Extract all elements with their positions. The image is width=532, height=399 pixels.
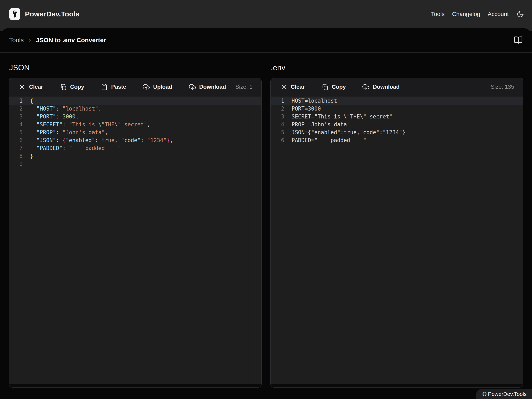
json-copy-label: Copy [70, 84, 84, 90]
token-b2: { [63, 137, 66, 143]
code-line: 8} [9, 152, 261, 160]
json-size-label: Size: 1 [235, 84, 253, 90]
env-clear-button[interactable]: Clear [280, 83, 305, 90]
token-key: "enabled" [66, 137, 95, 143]
line-number: 6 [271, 136, 287, 144]
breadcrumb-separator: › [29, 37, 31, 44]
token-key: "SECRET" [36, 121, 62, 128]
token-pun: , [76, 114, 79, 120]
token-env: PADDED=" padded " [291, 137, 366, 143]
token-pun: : [56, 129, 62, 135]
nav-links: Tools Changelog Account [431, 10, 525, 18]
copyright-badge: © PowerDev.Tools [476, 389, 532, 399]
token-pun: : [95, 137, 101, 143]
json-input-editor[interactable]: 1{2 "HOST": "localhost",3 "PORT": 3000,4… [9, 95, 261, 384]
json-clear-button[interactable]: Clear [19, 83, 43, 90]
env-copy-label: Copy [332, 84, 346, 90]
nav-link-account[interactable]: Account [488, 11, 509, 18]
brand-name[interactable]: PowerDev.Tools [25, 10, 79, 18]
code-text [25, 160, 30, 168]
indent-guide [31, 120, 31, 128]
env-size-label: Size: 135 [491, 84, 514, 90]
json-paste-label: Paste [111, 84, 126, 90]
code-line: 4 "SECRET": "This is \"THE\" secret", [9, 120, 261, 128]
breadcrumb-parent[interactable]: Tools [9, 37, 24, 44]
token-pun: : [56, 137, 62, 143]
token-pun: : [63, 145, 69, 151]
wrench-icon [11, 9, 19, 19]
token-env: JSON={"enabled":true,"code":"1234"} [291, 129, 405, 135]
line-number: 9 [9, 160, 25, 168]
code-line: 3 "PORT": 3000, [9, 113, 261, 120]
nav-link-tools[interactable]: Tools [431, 11, 444, 18]
json-copy-button[interactable]: Copy [60, 83, 84, 90]
env-download-button[interactable]: Download [362, 83, 400, 90]
env-toolbar: Clear Copy Download [271, 78, 523, 95]
theme-toggle-button[interactable] [516, 10, 525, 18]
upload-cloud-icon [143, 83, 150, 90]
token-str: "This is [69, 121, 98, 128]
token-env: SECRET="This is \"THE\" secret" [291, 114, 392, 120]
token-str: "John's data" [63, 129, 105, 135]
token-pun: , [170, 137, 173, 143]
json-upload-label: Upload [153, 84, 172, 90]
token-pun: : [140, 137, 147, 143]
book-open-icon [514, 36, 523, 44]
code-line: 1HOST=localhost [271, 97, 523, 105]
token-pun: : [56, 106, 62, 112]
token-str: "1234" [147, 137, 167, 143]
json-download-button[interactable]: Download [189, 83, 226, 90]
token-esc: \" [98, 121, 105, 128]
json-download-label: Download [199, 84, 226, 90]
brand-logo[interactable] [9, 8, 20, 20]
code-line: 5JSON={"enabled":true,"code":"1234"} [271, 128, 523, 136]
env-section: .env Clear Copy [270, 53, 523, 387]
x-icon [280, 83, 287, 90]
token-env: HOST=localhost [291, 98, 337, 104]
indent-guide [31, 144, 31, 152]
line-number: 2 [9, 105, 25, 113]
json-paste-button[interactable]: Paste [101, 83, 126, 90]
code-line: 7 "PADDED": " padded " [9, 144, 261, 152]
env-panel: Clear Copy Download [270, 78, 523, 387]
token-str: THE [105, 121, 114, 128]
token-pun: , [114, 137, 121, 143]
code-line: 6PADDED=" padded " [271, 136, 523, 144]
converter-main: JSON Clear Copy [0, 53, 532, 387]
env-output-editor[interactable]: 1HOST=localhost2PORT=30003SECRET="This i… [271, 95, 523, 384]
line-number: 6 [9, 136, 25, 144]
code-line: 2PORT=3000 [271, 105, 523, 113]
code-text: PORT=3000 [287, 105, 321, 113]
token-esc: \" [114, 121, 121, 128]
code-text: PROP="John's data" [287, 120, 350, 128]
docs-button[interactable] [514, 36, 523, 45]
token-env: PROP="John's data" [291, 121, 350, 128]
token-key: "PROP" [36, 129, 56, 135]
line-number: 3 [271, 113, 287, 120]
json-clear-label: Clear [29, 84, 43, 90]
token-pun: : [63, 121, 69, 128]
token-str: secret" [121, 121, 147, 128]
json-panel: Clear Copy Paste [9, 78, 262, 387]
paste-icon [101, 83, 108, 90]
line-number: 3 [9, 113, 25, 120]
nav-link-changelog[interactable]: Changelog [452, 11, 480, 18]
code-text: PADDED=" padded " [287, 136, 366, 144]
env-copy-button[interactable]: Copy [322, 83, 346, 90]
code-text: "PORT": 3000, [25, 113, 79, 120]
line-number: 1 [9, 97, 25, 105]
navbar: PowerDev.Tools Tools Changelog Account [0, 0, 532, 31]
token-bool: true [101, 137, 114, 143]
code-text: SECRET="This is \"THE\" secret" [287, 113, 392, 120]
json-upload-button[interactable]: Upload [143, 83, 172, 90]
token-b1: { [30, 98, 33, 104]
code-text: "HOST": "localhost", [25, 105, 101, 113]
code-line: 3SECRET="This is \"THE\" secret" [271, 113, 523, 120]
token-pun: , [105, 129, 108, 135]
token-pun: : [56, 114, 62, 120]
download-cloud-icon [362, 83, 369, 90]
token-b1: } [30, 153, 33, 159]
line-number: 4 [271, 120, 287, 128]
download-cloud-icon [189, 83, 196, 90]
page-title: JSON to .env Converter [36, 37, 106, 44]
